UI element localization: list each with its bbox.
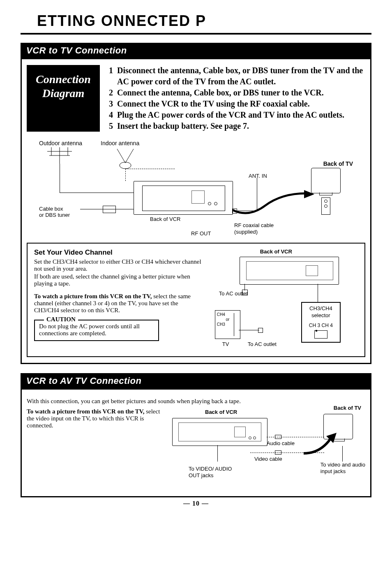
set-video-channel-box: Set Your Video Channel Set the CH3/CH4 s…: [27, 243, 365, 357]
set-channel-heading: Set Your Video Channel: [34, 248, 203, 257]
caution-body: Do not plug the AC power cords until all…: [39, 323, 154, 337]
page-title: ETTING ONNECTED P: [37, 12, 371, 30]
step-3: 3 Connect the VCR to the TV using the RF…: [106, 98, 365, 109]
section-1-bar: VCR to TV Connection: [21, 43, 371, 59]
set-channel-p2: If both are used, select the channel giv…: [34, 273, 203, 287]
rf-plug-icon: [232, 209, 237, 214]
vcr-shape-2: [240, 257, 339, 285]
svg-point-5: [120, 162, 131, 169]
indoor-antenna-icon: [113, 149, 138, 169]
rf-cable-icon: [232, 189, 318, 222]
selector-box: CH3/CH4 selector CH 3 CH 4: [301, 302, 341, 343]
vcr-shape-3: [172, 418, 267, 446]
label-audio-cable: Audio cable: [267, 440, 295, 446]
label-back-of-vcr-2: Back of VCR: [260, 248, 292, 255]
tv-plug-icon: [258, 328, 263, 333]
cable-box-icon: [103, 206, 116, 213]
label-back-of-tv-2: Back of TV: [334, 405, 361, 411]
label-to-in-jacks: To video and audio input jacks: [321, 462, 365, 474]
set-channel-p3-lead: To watch a picture from this VCR on the …: [34, 293, 152, 299]
step-2: 2 Connect the antenna, Cable box, or DBS…: [106, 87, 365, 98]
selector-switch-icon: [314, 330, 327, 339]
svg-line-7: [125, 149, 134, 163]
label-ch3-ch4: CH 3 CH 4: [305, 323, 337, 329]
label-back-of-vcr-3: Back of VCR: [205, 409, 237, 415]
step-1: 1 Disconnect the antenna, Cable box, or …: [106, 65, 365, 87]
label-back-of-vcr-1: Back of VCR: [150, 216, 180, 222]
label-ant-in: ANT. IN: [249, 173, 267, 179]
step-2-text: Connect the antenna, Cable box, or DBS t…: [117, 87, 365, 98]
label-ch34-selector: CH3/CH4 selector: [305, 305, 337, 319]
caution-box: CAUTION Do not plug the AC power cords u…: [34, 320, 159, 341]
step-5: 5 Insert the backup battery. See page 7.: [106, 121, 365, 132]
connection-diagram-badge: Connection Diagram: [27, 65, 100, 132]
page-number: — 10 —: [21, 500, 371, 507]
step-2-num: 2: [106, 87, 113, 98]
outdoor-antenna-icon: [43, 147, 76, 164]
vcr-shape-1: [134, 181, 233, 215]
step-3-text: Connect the VCR to the TV using the RF c…: [117, 98, 365, 109]
label-cable-box: Cable box or DBS tuner: [39, 206, 70, 218]
video-plug-icon: [275, 450, 281, 455]
av-arrow-icon: [304, 433, 345, 457]
rule-top: [21, 33, 371, 35]
step-4-num: 4: [106, 109, 113, 121]
label-rf-coax: RF coaxial cable (supplied): [234, 222, 274, 235]
section-2-body: With this connection, you can get better…: [21, 390, 371, 497]
label-back-of-tv-1: Back of TV: [323, 160, 353, 167]
step-4-text: Plug the AC power cords of the VCR and T…: [117, 109, 365, 121]
audio-plug-icon: [275, 435, 281, 439]
tv-chip: CH4 or CH3: [215, 310, 240, 339]
section-2-bar: VCR to AV TV Connection: [21, 373, 371, 390]
section-2-intro: With this connection, you can get better…: [27, 398, 365, 405]
step-1-text: Disconnect the antenna, Cable box, or DB…: [117, 65, 365, 87]
section-1-body: Connection Diagram 1 Disconnect the ante…: [21, 59, 371, 364]
label-video-cable: Video cable: [254, 456, 282, 462]
step-4: 4 Plug the AC power cords of the VCR and…: [106, 109, 365, 121]
connection-diagram-line1: Connection: [32, 72, 94, 86]
step-5-text: Insert the backup battery. See page 7.: [117, 121, 365, 132]
svg-marker-8: [304, 190, 314, 198]
label-tv: TV: [222, 341, 229, 347]
connection-diagram-line2: Diagram: [32, 86, 94, 100]
connection-diagram-1: Outdoor antenna Indoor antenna Back of T…: [27, 140, 365, 239]
label-to-ac-outlet-bottom: To AC outlet: [248, 341, 277, 347]
caution-title: CAUTION: [44, 316, 78, 323]
label-indoor-antenna: Indoor antenna: [101, 140, 139, 146]
label-to-ac-outlet-top: To AC outlet: [219, 290, 248, 297]
step-3-num: 3: [106, 98, 113, 109]
label-outdoor-antenna: Outdoor antenna: [39, 140, 82, 146]
section-2-left-lead: To watch a picture from this VCR on the …: [27, 408, 144, 415]
step-1-num: 1: [106, 65, 113, 87]
svg-line-6: [117, 149, 125, 163]
step-5-num: 5: [106, 121, 113, 132]
label-to-out-jacks: To VIDEO/ AUDIO OUT jacks: [189, 466, 232, 478]
steps-list: 1 Disconnect the antenna, Cable box, or …: [106, 65, 365, 132]
tv-jack-panel: [321, 197, 330, 215]
label-rf-out: RF OUT: [191, 230, 211, 237]
tv-stand-1: [319, 193, 332, 195]
set-channel-p1: Set the CH3/CH4 selector to either CH3 o…: [34, 258, 203, 272]
